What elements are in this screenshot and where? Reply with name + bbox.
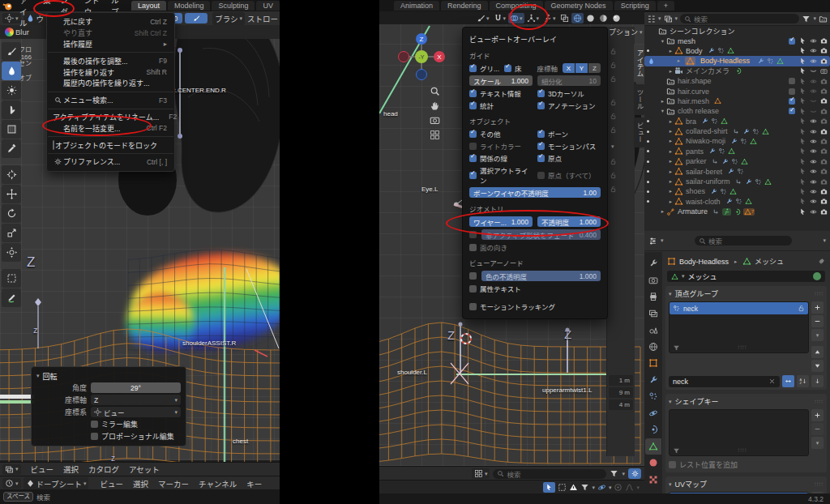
lock-icon[interactable] — [610, 186, 617, 193]
bottom-search-input[interactable]: 検索 — [493, 469, 606, 479]
opacity-slider[interactable]: 不透明度1.000 — [537, 216, 601, 227]
outliner-row-メインカメラ[interactable]: ▸メインカメラ — [644, 66, 830, 76]
fake-user-badge[interactable] — [813, 272, 821, 280]
axis-select[interactable]: Z▾ — [91, 395, 181, 405]
expand-arrow-icon[interactable]: ▸ — [667, 158, 674, 164]
checkbox-checked-icon[interactable] — [787, 108, 797, 115]
cameraoff-icon[interactable] — [819, 67, 828, 75]
outliner-row-bra[interactable]: ▸bra — [644, 117, 830, 126]
lock-icon[interactable] — [610, 126, 617, 134]
shading-rendered-icon[interactable] — [610, 13, 622, 23]
clear-icon[interactable] — [768, 378, 776, 385]
workspace-tab-Scripting[interactable]: Scripting — [614, 1, 656, 11]
pan-hand-icon[interactable] — [430, 100, 440, 111]
workspace-tab-UV[interactable]: UV — [256, 1, 280, 11]
outliner-row-シーンコレクション[interactable]: シーンコレクション — [644, 26, 830, 36]
edit-menu-item[interactable]: オブジェクトのモードをロック — [47, 139, 174, 151]
edit-menu-item[interactable]: 最後の操作を調整...F9 — [47, 55, 174, 66]
floor-checkbox[interactable]: 床 — [504, 63, 522, 73]
rotate-operator-panel[interactable]: ▾ 回転 角度 29° 座標軸 Z▾ 座標系 ビュー▾ ミラー編集 プロポーショ… — [31, 366, 186, 446]
checkbox-checked-icon[interactable] — [787, 37, 797, 45]
outliner-row-shoes[interactable]: ▸shoes — [644, 186, 830, 196]
pin-icon[interactable] — [818, 258, 825, 265]
camera-icon[interactable] — [819, 128, 828, 135]
properties-tab-physics-tab[interactable] — [645, 405, 661, 422]
snap-magnet-icon[interactable]: ▾ — [492, 13, 508, 23]
expand-arrow-icon[interactable]: ▸ — [667, 148, 674, 155]
datablock-name-field[interactable]: ▾ メッシュ — [667, 271, 825, 282]
dope-mode-button[interactable]: ドープシート▾ — [24, 477, 89, 490]
selectable-cursor-icon[interactable] — [798, 188, 807, 195]
sidebar-tab-tool[interactable]: ツール — [634, 84, 645, 115]
attribute-text-checkbox[interactable]: 属性テキスト — [469, 284, 521, 293]
expand-arrow-icon[interactable]: ▸ — [667, 118, 674, 125]
rest-position-checkbox[interactable]: レスト位置を追加 — [669, 459, 738, 470]
lock-icon[interactable] — [610, 62, 617, 69]
edit-menu-item[interactable]: メニュー検索...F3 — [47, 95, 174, 106]
chevron-down-icon[interactable]: ▾ — [611, 143, 614, 150]
transform-value-field[interactable]: 9 m — [609, 387, 633, 398]
sidebar-tab-item[interactable]: アイテム — [634, 45, 645, 82]
snap-orbit-icon[interactable] — [597, 483, 606, 492]
workspace-tab-Layout[interactable]: Layout — [131, 1, 166, 11]
vertex-group-name-field[interactable]: neck — [669, 376, 780, 387]
outliner-row-cloth release[interactable]: ▾cloth release — [644, 106, 830, 116]
eye-icon[interactable] — [808, 37, 818, 45]
outliner-row-Body[interactable]: ▸Body — [644, 46, 830, 56]
overlays-toggle-icon[interactable]: ▾ — [508, 13, 524, 23]
menu-select[interactable]: 選択 — [58, 463, 83, 475]
outliner-row-sailar-uniform[interactable]: ▸sailar-uniform — [644, 177, 830, 186]
expand-arrow-icon[interactable]: ▸ — [667, 48, 674, 54]
brush-average-tool[interactable] — [2, 81, 21, 100]
selectable-cursor-icon[interactable] — [798, 58, 807, 65]
expand-arrow-icon[interactable]: ▸ — [667, 169, 674, 175]
tweak-tool-icon[interactable]: ▾ — [475, 13, 491, 23]
face-orientation-checkbox[interactable]: 面の向き — [469, 242, 507, 252]
new-collection-icon[interactable] — [819, 15, 828, 23]
eye-icon[interactable] — [808, 178, 818, 186]
workspace-tab-Rendering[interactable]: Rendering — [441, 1, 488, 11]
menu-view[interactable]: ビュー — [26, 463, 59, 475]
properties-tab-output-tab[interactable] — [645, 288, 661, 305]
camera-icon[interactable] — [819, 138, 828, 145]
edit-menu-item[interactable]: プリファレンス...Ctrl [, ] — [47, 156, 174, 168]
list-filter-icon[interactable] — [673, 344, 680, 352]
origins-checkbox[interactable]: 原点 — [537, 153, 601, 163]
box-select-tool[interactable] — [2, 269, 21, 288]
display-mode-icon[interactable] — [647, 15, 656, 23]
camera-icon[interactable] — [819, 188, 828, 195]
eyeclosed-icon[interactable] — [808, 67, 818, 75]
move-to-button[interactable] — [811, 375, 824, 387]
checkbox-checked-icon[interactable] — [787, 97, 797, 105]
grid-scale-slider[interactable]: スケール1.000 — [469, 75, 533, 86]
grid-toggle-icon[interactable] — [430, 130, 440, 140]
menu-marker[interactable]: マーカー — [153, 478, 194, 489]
workspace-tab-Geometry Nodes[interactable]: Geometry Nodes — [545, 1, 613, 11]
properties-tab-scene-tab[interactable] — [645, 322, 661, 339]
camera-icon[interactable] — [819, 88, 828, 95]
eye-icon[interactable] — [808, 168, 818, 175]
breadcrumb-object[interactable]: Body-Headless — [679, 258, 729, 266]
selectable-cursor-icon[interactable] — [798, 147, 807, 155]
sample-weight-tool[interactable] — [2, 139, 21, 158]
edit-menu-item[interactable]: 元に戻すCtrl Z — [47, 16, 174, 28]
axis-y-button[interactable]: Y — [575, 63, 588, 73]
lock-icon[interactable] — [610, 48, 617, 55]
relationship-lines-checkbox[interactable]: 関係の線 — [469, 153, 533, 163]
selectable-cursor-icon[interactable] — [798, 108, 807, 115]
angle-field[interactable]: 29° — [91, 382, 181, 393]
workspace-tab-Modeling[interactable]: Modeling — [168, 1, 211, 11]
selectable-cursor-icon[interactable] — [798, 97, 807, 105]
grid-checkbox[interactable]: グリ... — [469, 63, 499, 73]
lock-icon[interactable] — [610, 172, 617, 179]
menubar-item-ファイル[interactable]: ファイル — [15, 0, 38, 28]
menu-key[interactable]: キー — [242, 478, 267, 489]
shape-key-specials-button[interactable]: ▾ — [811, 437, 824, 449]
edit-menu-item[interactable]: 操作を繰り返すShift R — [47, 66, 174, 78]
vertex-group-list[interactable]: neck ∷∷ — [669, 301, 809, 353]
collapse-icon[interactable]: ▾ — [669, 399, 672, 405]
add-shape-key-button[interactable] — [811, 409, 824, 421]
bones-checkbox[interactable]: ボーン — [537, 129, 601, 139]
navigation-gizmo[interactable]: Z X -Y — [396, 31, 447, 83]
selectable-cursor-icon[interactable] — [798, 78, 807, 85]
